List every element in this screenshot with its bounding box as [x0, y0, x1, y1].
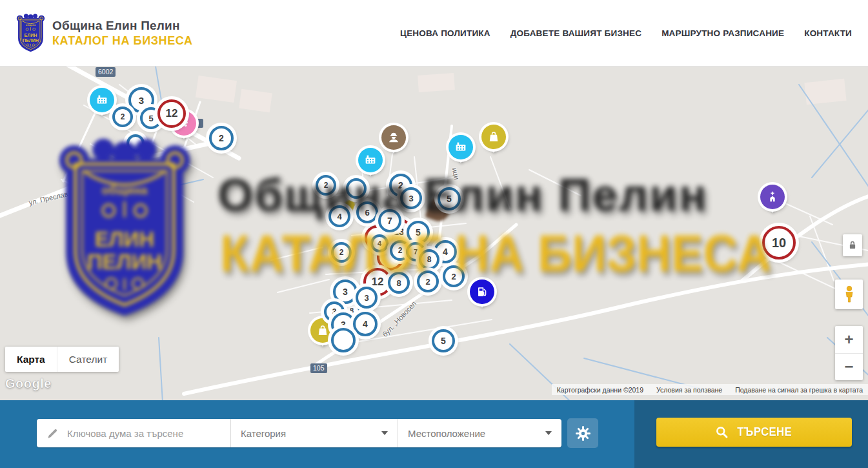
- map-canvas[interactable]: ул. Преславбул. „Новоселици 6002105 2134…: [0, 66, 868, 400]
- cluster-marker[interactable]: [331, 328, 356, 352]
- keyword-search-input[interactable]: [66, 427, 223, 440]
- shopping-bag-pin[interactable]: [481, 125, 506, 149]
- cluster-marker[interactable]: 2: [209, 126, 234, 150]
- brand-text: Община Елин Пелин КАТАЛОГ НА БИЗНЕСА: [52, 19, 193, 48]
- brand-title: Община Елин Пелин: [52, 19, 193, 33]
- search-bar: Категория Местоположение: [0, 400, 868, 468]
- nav-contacts[interactable]: КОНТАКТИ: [804, 28, 852, 38]
- nav-pricing-policy[interactable]: ЦЕНОВА ПОЛИТИКА: [400, 28, 490, 38]
- cluster-marker[interactable]: 5: [432, 329, 455, 352]
- street-view-pegman[interactable]: [835, 280, 863, 309]
- map-attribution: Картографски данни ©2019 Условия за полз…: [552, 384, 868, 395]
- search-button-label: ТЪРСЕНЕ: [737, 425, 792, 439]
- church-pin[interactable]: [760, 185, 785, 209]
- road-number-badge: 105: [310, 363, 327, 373]
- brand[interactable]: Община Елин Пелин КАТАЛОГ НА БИЗНЕСА: [16, 14, 193, 53]
- shopping-bag-icon: [481, 125, 506, 149]
- category-select[interactable]: Категория: [231, 419, 398, 447]
- google-logo[interactable]: Google: [5, 376, 52, 391]
- zoom-out-button[interactable]: −: [835, 353, 863, 381]
- factory-icon: [449, 135, 473, 159]
- location-select[interactable]: Местоположение: [398, 419, 561, 447]
- cluster-marker[interactable]: 2: [112, 107, 133, 127]
- category-select-value: Категория: [241, 428, 286, 439]
- cluster-marker[interactable]: 3: [356, 287, 378, 309]
- municipality-crest-icon: [16, 14, 45, 53]
- nav-route-schedule[interactable]: МАРШРУТНО РАЗПИСАНИЕ: [661, 28, 784, 38]
- map-type-satellite-button[interactable]: Сателит: [57, 347, 119, 372]
- watermark-crest: [56, 137, 194, 323]
- road-number-badge: 6002: [96, 67, 116, 77]
- factory-pin[interactable]: [449, 135, 473, 159]
- attribution-copyright: Картографски данни ©2019: [557, 386, 643, 394]
- nav-add-your-business[interactable]: ДОБАВЕТЕ ВАШИЯТ БИЗНЕС: [510, 28, 641, 38]
- advanced-settings-button[interactable]: [567, 418, 598, 448]
- search-button[interactable]: ТЪРСЕНЕ: [656, 418, 852, 447]
- cluster-marker[interactable]: 12: [157, 99, 186, 128]
- chevron-down-icon: [381, 431, 388, 435]
- lock-control[interactable]: [843, 234, 862, 256]
- brand-subtitle: КАТАЛОГ НА БИЗНЕСА: [52, 34, 193, 48]
- watermark-subtitle: КАТАЛОГ НА БИЗНЕСА: [220, 224, 771, 283]
- map-type-map-button[interactable]: Карта: [5, 347, 57, 372]
- church-icon: [760, 185, 785, 209]
- terms-of-use-link[interactable]: Условия за ползване: [656, 386, 722, 394]
- worker-pin[interactable]: [381, 125, 406, 150]
- zoom-in-button[interactable]: +: [835, 326, 863, 353]
- worker-icon: [381, 125, 406, 150]
- keyword-field-wrap: [37, 427, 230, 440]
- report-map-error-link[interactable]: Подаване на сигнал за грешка в картата: [735, 386, 863, 394]
- search-icon: [715, 425, 729, 439]
- header: Община Елин Пелин КАТАЛОГ НА БИЗНЕСА ЦЕН…: [0, 0, 868, 66]
- cluster-marker[interactable]: 4: [353, 312, 378, 336]
- search-fields: Категория Местоположение: [37, 419, 561, 447]
- map-type-control: Карта Сателит: [5, 347, 119, 372]
- watermark-title: Община Елин Пелин: [217, 168, 708, 221]
- chevron-down-icon: [545, 431, 552, 435]
- gear-icon: [575, 425, 591, 442]
- main-nav: ЦЕНОВА ПОЛИТИКА ДОБАВЕТЕ ВАШИЯТ БИЗНЕС М…: [400, 28, 852, 38]
- page: Община Елин Пелин КАТАЛОГ НА БИЗНЕСА ЦЕН…: [0, 0, 868, 468]
- pegman-icon: [842, 285, 857, 304]
- factory-icon: [90, 88, 114, 112]
- pencil-icon: [46, 427, 59, 440]
- factory-pin[interactable]: [90, 88, 114, 112]
- zoom-control: + −: [835, 326, 863, 380]
- location-select-value: Местоположение: [408, 428, 485, 439]
- lock-icon: [847, 239, 858, 252]
